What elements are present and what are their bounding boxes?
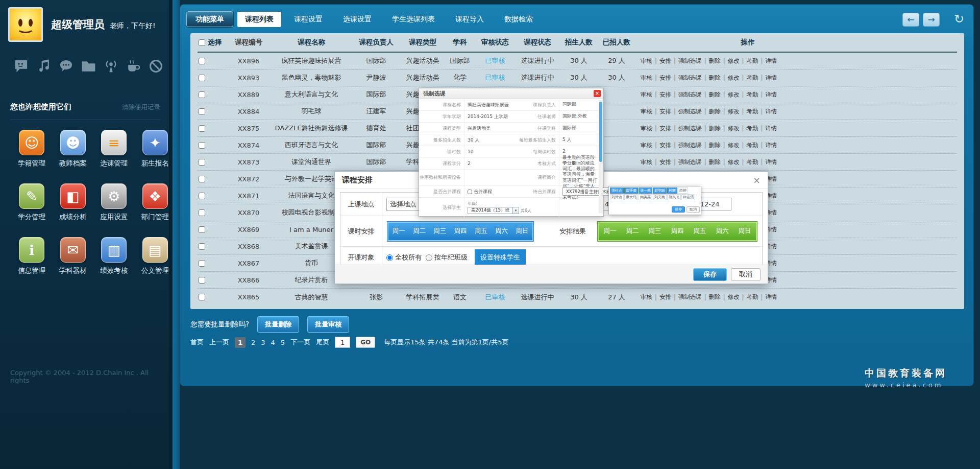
row-checkbox[interactable] <box>199 209 205 216</box>
page-last[interactable]: 尾页 <box>316 338 329 347</box>
forward-arrow-button[interactable]: → <box>923 13 940 27</box>
action-考勤[interactable]: 考勤 <box>746 142 758 149</box>
action-强制选课[interactable]: 强制选课 <box>678 293 702 301</box>
row-checkbox[interactable] <box>199 142 205 149</box>
action-详情[interactable]: 详情 <box>765 74 777 82</box>
merge-checkbox[interactable]: 合并课程 <box>468 189 492 195</box>
action-修改[interactable]: 修改 <box>728 125 740 132</box>
student-chip[interactable]: 谭柱垚 <box>610 187 624 194</box>
action-审核[interactable]: 审核 <box>641 293 652 301</box>
action-考勤[interactable]: 考勤 <box>746 125 758 132</box>
row-checkbox[interactable] <box>199 294 205 300</box>
comments-icon[interactable] <box>58 58 74 74</box>
action-修改[interactable]: 修改 <box>728 74 740 82</box>
student-chip[interactable]: 康大玮 <box>624 194 638 200</box>
action-安排[interactable]: 安排 <box>659 158 671 166</box>
row-checkbox[interactable] <box>199 243 205 250</box>
action-修改[interactable]: 修改 <box>728 91 740 99</box>
page-5[interactable]: 5 <box>281 339 285 346</box>
action-安排[interactable]: 安排 <box>659 142 671 149</box>
action-删除[interactable]: 删除 <box>709 158 721 166</box>
action-详情[interactable]: 详情 <box>765 91 777 99</box>
action-审核[interactable]: 审核 <box>641 91 652 99</box>
app-学科器材[interactable]: ✉学科器材 <box>53 237 94 275</box>
action-修改[interactable]: 修改 <box>728 108 740 115</box>
page-next[interactable]: 下一页 <box>290 338 310 347</box>
weekday-周三[interactable]: 周三 <box>433 227 446 236</box>
app-信息管理[interactable]: ℹ信息管理 <box>11 237 53 275</box>
action-强制选课[interactable]: 强制选课 <box>678 125 702 132</box>
coffee-icon[interactable] <box>126 58 141 74</box>
page-input[interactable] <box>335 337 350 348</box>
action-安排[interactable]: 安排 <box>659 125 671 132</box>
action-安排[interactable]: 安排 <box>659 74 671 82</box>
app-学分管理[interactable]: ✎学分管理 <box>11 183 53 222</box>
action-审核[interactable]: 审核 <box>641 158 652 166</box>
row-checkbox[interactable] <box>199 159 205 166</box>
action-强制选课[interactable]: 强制选课 <box>678 158 702 166</box>
action-修改[interactable]: 修改 <box>728 293 740 301</box>
tab-数据检索[interactable]: 数据检索 <box>497 12 541 27</box>
action-考勤[interactable]: 考勤 <box>746 74 758 82</box>
batch-delete-button[interactable]: 批量删除 <box>257 316 299 333</box>
page-first[interactable]: 首页 <box>190 338 204 347</box>
music-icon[interactable] <box>36 58 52 74</box>
action-详情[interactable]: 详情 <box>765 108 777 115</box>
page-2[interactable]: 2 <box>251 339 255 346</box>
action-详情[interactable]: 详情 <box>765 293 777 301</box>
student-chip[interactable]: 周旭升 <box>639 201 652 201</box>
ban-icon[interactable] <box>148 58 164 74</box>
action-删除[interactable]: 删除 <box>709 57 721 65</box>
page-4[interactable]: 4 <box>271 339 275 346</box>
close-icon[interactable]: × <box>753 175 761 185</box>
action-修改[interactable]: 修改 <box>728 142 740 149</box>
student-chip[interactable]: 陶美英 <box>639 194 652 200</box>
folder-icon[interactable] <box>81 58 96 74</box>
student-chip[interactable]: 曾怀馨 <box>624 187 638 194</box>
action-强制选课[interactable]: 强制选课 <box>678 74 702 82</box>
save-button[interactable]: 保存 <box>693 268 727 281</box>
weekday-周二[interactable]: 周二 <box>413 227 426 236</box>
student-chip[interactable]: 胡风飞 <box>667 194 681 200</box>
row-checkbox[interactable] <box>199 91 205 98</box>
broadcast-icon[interactable] <box>103 58 119 74</box>
refresh-icon[interactable]: ↻ <box>954 12 964 26</box>
action-删除[interactable]: 删除 <box>709 125 721 132</box>
tab-选课设置[interactable]: 选课设置 <box>335 12 379 27</box>
app-选课管理[interactable]: ≡选课管理 <box>93 130 135 168</box>
chat-icon[interactable] <box>13 58 29 74</box>
action-考勤[interactable]: 考勤 <box>746 91 758 99</box>
tab-课程设置[interactable]: 课程设置 <box>286 12 330 27</box>
action-详情[interactable]: 详情 <box>765 57 777 65</box>
action-考勤[interactable]: 考勤 <box>746 293 758 301</box>
row-checkbox[interactable] <box>199 125 205 132</box>
weekday-周日[interactable]: 周日 <box>516 227 528 236</box>
special-students-button[interactable]: 设置特殊学生 <box>475 249 526 266</box>
app-应用设置[interactable]: ⚙应用设置 <box>93 183 135 222</box>
action-安排[interactable]: 安排 <box>659 108 671 115</box>
row-checkbox[interactable] <box>199 75 205 81</box>
student-chip[interactable]: 杨学菲 <box>681 201 695 201</box>
row-checkbox[interactable] <box>199 277 205 284</box>
student-chip[interactable]: 李林浩 <box>610 201 624 201</box>
student-chip[interactable]: 吴丹妮 <box>624 201 638 201</box>
weekday-周一[interactable]: 周一 <box>393 227 405 236</box>
action-删除[interactable]: 删除 <box>709 293 721 301</box>
row-checkbox[interactable] <box>199 193 205 199</box>
student-chip[interactable]: 聂佳钰 <box>667 201 681 201</box>
student-chip[interactable]: 尚翀 <box>678 187 688 194</box>
action-详情[interactable]: 详情 <box>765 158 777 166</box>
function-menu-button[interactable]: 功能菜单 <box>186 11 233 27</box>
student-chip[interactable]: 刘文梅 <box>653 194 667 200</box>
action-审核[interactable]: 审核 <box>641 57 652 65</box>
tab-课程列表[interactable]: 课程列表 <box>237 12 281 27</box>
tab-课程导入[interactable]: 课程导入 <box>448 12 492 27</box>
weekday-周四[interactable]: 周四 <box>454 227 467 236</box>
back-arrow-button[interactable]: ← <box>902 13 919 27</box>
row-checkbox[interactable] <box>199 108 205 115</box>
row-checkbox[interactable] <box>199 58 205 64</box>
action-删除[interactable]: 删除 <box>709 74 721 82</box>
row-checkbox[interactable] <box>199 226 205 233</box>
row-checkbox[interactable] <box>199 176 205 182</box>
page-current[interactable]: 1 <box>235 337 246 348</box>
